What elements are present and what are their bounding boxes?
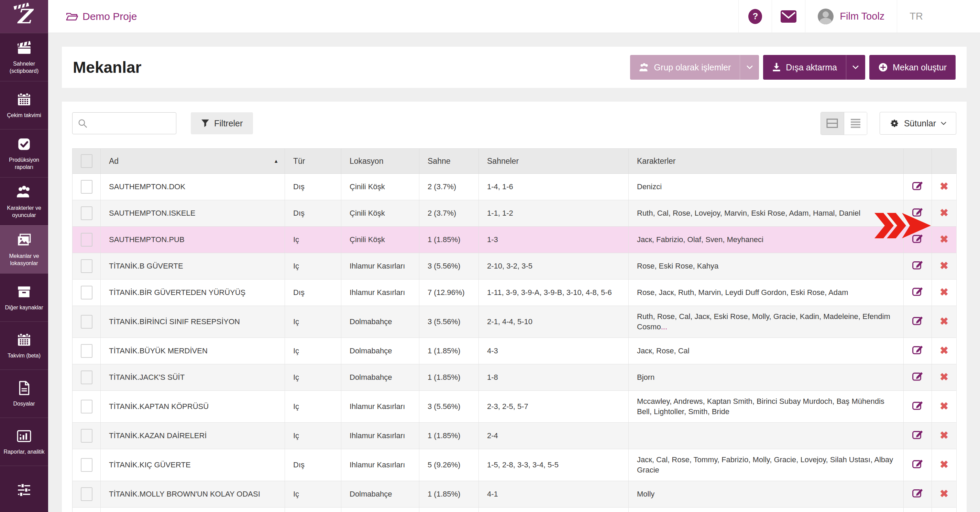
column-header-location[interactable]: Lokasyon [341,149,419,174]
edit-button[interactable] [907,314,929,327]
column-header-scene[interactable]: Sahne [419,149,479,174]
edit-button[interactable] [907,179,929,192]
delete-button[interactable]: ✖ [935,489,953,499]
table-row[interactable]: TİTANİK.JACK'S SÜİTIçDolmabahçe1 (1.85%)… [73,365,957,391]
filters-label: Filtreler [214,119,243,128]
table-row[interactable]: SAUTHEMPTON.PUBIçÇinili Köşk1 (1.85%)1-3… [73,227,957,253]
bulk-actions-caret[interactable] [740,55,759,80]
delete-button[interactable]: ✖ [935,372,953,382]
row-edit-cell [904,200,932,227]
row-checkbox[interactable] [81,286,92,300]
sidebar-item[interactable] [0,466,48,512]
edit-button[interactable] [907,258,929,271]
table-row[interactable]: TİTANİK.B GÜVERTEIçIhlamur Kasırları3 (5… [73,253,957,279]
column-header-name[interactable]: Ad ▲ [101,149,285,174]
table-row[interactable]: TİTANİK.KAPTAN KÖPRÜSÜIçIhlamur Kasırlar… [73,391,957,423]
characters-more-link[interactable]: ... [661,322,667,331]
edit-button[interactable] [907,487,929,499]
help-button[interactable]: ? [739,0,772,33]
table-row[interactable]: TİTANİK.KIÇ GÜVERTEDışIhlamur Kasırları5… [73,449,957,481]
view-comfortable-button[interactable] [821,112,844,135]
delete-button[interactable]: ✖ [935,234,953,244]
row-select-cell [73,306,101,338]
row-checkbox[interactable] [81,344,92,358]
row-checkbox[interactable] [81,400,92,414]
row-delete-cell: ✖ [932,253,957,279]
avatar [818,9,834,24]
page-title: Mekanlar [73,58,141,76]
edit-button[interactable] [907,232,929,244]
app-logo[interactable]: Z [0,0,48,33]
edit-button[interactable] [907,428,929,441]
row-scenes: 1-4, 1-6 [479,174,629,200]
sidebar-item-ekim-takvimi[interactable]: Çekim takvimi [0,81,48,129]
table-row[interactable]: TİTANİK.KAZAN DAİRELERİIçIhlamur Kasırla… [73,423,957,449]
bulk-actions-button[interactable]: Grup olarak işlemler [630,55,759,80]
sidebar-item-label: Prodüksiyon rapoları [2,156,47,171]
table-row[interactable]: TİTANİK.MOLLY BROWN'UN KOLAY ODASIIçDolm… [73,481,957,507]
table-row[interactable]: TİTANİK.PALM KORTU RESTORANIçDolmabahçe3… [73,507,957,512]
filters-button[interactable]: Filtreler [191,112,253,134]
user-menu[interactable]: Film Toolz [805,0,897,33]
sidebar-item-prod-ksiyon-rapolar[interactable]: Prodüksiyon rapoları [0,129,48,177]
sidebar-item-karakterler-ve-oyuncular[interactable]: Karakterler ve oyuncular [0,177,48,225]
columns-button[interactable]: Sütunlar [880,112,956,135]
sidebar-item-takvim-beta[interactable]: Takvim (beta) [0,322,48,369]
delete-button[interactable]: ✖ [935,287,953,297]
delete-button[interactable]: ✖ [935,346,953,356]
sidebar: Z Sahneler (sctipboard) Çekim takvimi Pr… [0,0,48,512]
row-checkbox[interactable] [81,180,92,194]
sidebar-item-mekanlar-ve-lokasyonlar[interactable]: Mekanlar ve lokasyonlar [0,225,48,273]
sidebar-item-dosyalar[interactable]: Dosyalar [0,369,48,418]
row-checkbox[interactable] [81,458,92,472]
delete-button[interactable]: ✖ [935,181,953,192]
row-characters: Rose, Eski Rose, Kahya [629,253,904,279]
check-square-icon [16,136,32,152]
row-checkbox[interactable] [81,429,92,443]
row-edit-cell [904,279,932,306]
edit-button[interactable] [907,457,929,470]
project-switcher[interactable]: Demo Proje [66,11,137,22]
row-characters: Ruth, Cal, Rose, Lovejoy, Marvin, Eski R… [629,200,904,227]
edit-button[interactable] [907,285,929,297]
table-row[interactable]: TİTANİK.BİRİNCİ SINIF RESEPSİYONIçDolmab… [73,306,957,338]
column-header-type[interactable]: Tür [285,149,341,174]
column-header-characters[interactable]: Karakterler [629,149,904,174]
row-checkbox[interactable] [81,206,92,220]
messages-button[interactable] [772,0,805,33]
delete-button[interactable]: ✖ [935,460,953,470]
select-all-checkbox[interactable] [81,154,92,168]
edit-button[interactable] [907,343,929,356]
delete-button[interactable]: ✖ [935,208,953,218]
sidebar-item-di-er-kaynaklar[interactable]: Diğer kaynaklar [0,273,48,322]
export-caret[interactable] [846,55,865,80]
column-header-delete [932,149,957,174]
export-button[interactable]: Dışa aktarma [763,55,865,80]
row-checkbox[interactable] [81,315,92,329]
row-location: Dolmabahçe [341,338,419,365]
delete-button[interactable]: ✖ [935,430,953,441]
edit-button[interactable] [907,370,929,382]
view-dense-button[interactable] [844,112,867,135]
column-header-scenes[interactable]: Sahneler [479,149,629,174]
row-edit-cell [904,365,932,391]
sidebar-item-sahneler-sctipboard[interactable]: Sahneler (sctipboard) [0,33,48,81]
table-row[interactable]: TİTANİK.BÜYÜK MERDİVENIçDolmabahçe1 (1.8… [73,338,957,365]
sidebar-item-raporlar-analitik[interactable]: Raporlar, analitik [0,418,48,466]
edit-button[interactable] [907,399,929,411]
row-checkbox[interactable] [81,487,92,501]
delete-button[interactable]: ✖ [935,401,953,411]
delete-button[interactable]: ✖ [935,316,953,327]
calendar-icon [16,332,32,348]
row-checkbox[interactable] [81,233,92,247]
language-selector[interactable]: TR [897,11,935,22]
delete-button[interactable]: ✖ [935,261,953,271]
table-row[interactable]: SAUTHEMPTON.ISKELEDışÇinili Köşk2 (3.7%)… [73,200,957,227]
row-checkbox[interactable] [81,371,92,384]
create-location-button[interactable]: Mekan oluştur [869,55,956,80]
table-row[interactable]: TİTANİK.BİR GÜVERTEDEN YÜRÜYÜŞDışIhlamur… [73,279,957,306]
edit-button[interactable] [907,206,929,218]
row-scenes: 2-4 [479,423,629,449]
table-row[interactable]: SAUTHEMPTON.DOKDışÇinili Köşk2 (3.7%)1-4… [73,174,957,200]
row-checkbox[interactable] [81,259,92,273]
